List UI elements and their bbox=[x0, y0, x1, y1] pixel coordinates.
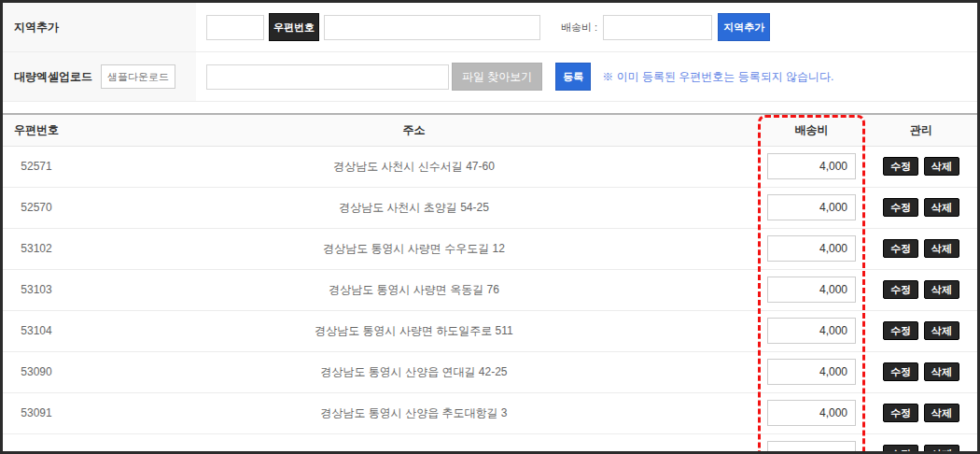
shipping-fee-input[interactable] bbox=[767, 400, 856, 426]
shipping-fee-cell bbox=[758, 228, 865, 269]
address-cell: 경상남도 통영시 사량면 수우도길 12 bbox=[70, 228, 758, 269]
shipping-fee-cell bbox=[758, 310, 865, 351]
edit-button[interactable]: 수정 bbox=[883, 362, 918, 381]
fee-table: 우편번호 주소 배송비 관리 52571 경상남도 사천시 신수서길 47-60… bbox=[3, 115, 977, 454]
region-add-button[interactable]: 지역추가 bbox=[718, 13, 770, 41]
shipping-fee-cell bbox=[758, 269, 865, 310]
shipping-fee-cell bbox=[758, 392, 865, 433]
manage-cell: 수정 삭제 bbox=[865, 228, 977, 269]
edit-button[interactable]: 수정 bbox=[883, 157, 918, 176]
address-cell bbox=[70, 433, 758, 454]
postal-code-cell bbox=[3, 433, 70, 454]
delete-button[interactable]: 삭제 bbox=[924, 239, 959, 258]
fee-table-header-row: 우편번호 주소 배송비 관리 bbox=[3, 115, 977, 146]
shipping-fee-cell bbox=[758, 187, 865, 228]
delete-button[interactable]: 삭제 bbox=[924, 198, 959, 217]
header-postal-code: 우편번호 bbox=[3, 115, 70, 146]
postal-code-cell: 53104 bbox=[3, 310, 70, 351]
shipping-fee-input[interactable] bbox=[767, 277, 856, 303]
table-row: 52570 경상남도 사천시 초양길 54-25 수정 삭제 bbox=[3, 187, 977, 228]
delete-button[interactable]: 삭제 bbox=[924, 280, 959, 299]
address-cell: 경상남도 통영시 산양읍 추도대항길 3 bbox=[70, 392, 758, 433]
delete-button[interactable]: 삭제 bbox=[924, 321, 959, 340]
address-cell: 경상남도 통영시 산양읍 연대길 42-25 bbox=[70, 351, 758, 392]
manage-cell: 수정 삭제 bbox=[865, 187, 977, 228]
fee-table-section: 우편번호 주소 배송비 관리 52571 경상남도 사천시 신수서길 47-60… bbox=[3, 113, 977, 454]
table-row: 53103 경상남도 통영시 사량면 옥동길 76 수정 삭제 bbox=[3, 269, 977, 310]
delete-button[interactable]: 삭제 bbox=[924, 404, 959, 422]
shipping-fee-form-input[interactable] bbox=[603, 15, 712, 40]
region-add-content: 우편번호 배송비 : 지역추가 bbox=[196, 3, 977, 51]
shipping-fee-input[interactable] bbox=[767, 153, 856, 179]
sample-download-button[interactable]: 샘플다운로드 bbox=[101, 64, 175, 89]
postal-code-input[interactable] bbox=[206, 15, 264, 40]
register-button[interactable]: 등록 bbox=[555, 63, 591, 91]
edit-button[interactable]: 수정 bbox=[883, 280, 918, 299]
postal-code-cell: 53090 bbox=[3, 351, 70, 392]
address-cell: 경상남도 사천시 초양길 54-25 bbox=[70, 187, 758, 228]
shipping-fee-cell bbox=[758, 433, 865, 454]
shipping-fee-admin-panel: 지역추가 우편번호 배송비 : 지역추가 대량엑셀업로드 샘플다운로드 파일 찾… bbox=[0, 0, 980, 454]
postal-code-cell: 53102 bbox=[3, 228, 70, 269]
shipping-fee-input[interactable] bbox=[767, 359, 856, 385]
bulk-upload-label-cell: 대량엑셀업로드 샘플다운로드 bbox=[3, 52, 196, 101]
table-row: 53104 경상남도 통영시 사량면 하도일주로 511 수정 삭제 bbox=[3, 310, 977, 351]
upload-note: ※ 이미 등록된 우편번호는 등록되지 않습니다. bbox=[602, 69, 833, 85]
manage-cell: 수정 삭제 bbox=[865, 269, 977, 310]
edit-button[interactable]: 수정 bbox=[883, 445, 918, 454]
address-input[interactable] bbox=[324, 15, 540, 40]
address-cell: 경상남도 통영시 사량면 하도일주로 511 bbox=[70, 310, 758, 351]
manage-cell: 수정 삭제 bbox=[865, 392, 977, 433]
file-browse-button[interactable]: 파일 찾아보기 bbox=[452, 63, 542, 91]
edit-button[interactable]: 수정 bbox=[883, 404, 918, 422]
header-address: 주소 bbox=[70, 115, 758, 146]
table-row: 수정 삭제 bbox=[3, 433, 977, 454]
manage-cell: 수정 삭제 bbox=[865, 351, 977, 392]
edit-button[interactable]: 수정 bbox=[883, 198, 918, 217]
manage-cell: 수정 삭제 bbox=[865, 433, 977, 454]
fee-table-body: 52571 경상남도 사천시 신수서길 47-60 수정 삭제 52570 경상… bbox=[3, 146, 977, 454]
postal-code-search-button[interactable]: 우편번호 bbox=[269, 13, 319, 41]
bulk-upload-row: 대량엑셀업로드 샘플다운로드 파일 찾아보기 등록 ※ 이미 등록된 우편번호는… bbox=[3, 52, 977, 102]
delete-button[interactable]: 삭제 bbox=[924, 362, 959, 381]
header-shipping-fee: 배송비 bbox=[758, 115, 865, 146]
table-row: 53090 경상남도 통영시 산양읍 연대길 42-25 수정 삭제 bbox=[3, 351, 977, 392]
shipping-fee-form-label: 배송비 : bbox=[561, 21, 597, 35]
postal-code-cell: 52571 bbox=[3, 146, 70, 187]
delete-button[interactable]: 삭제 bbox=[924, 445, 959, 454]
edit-button[interactable]: 수정 bbox=[883, 321, 918, 340]
manage-cell: 수정 삭제 bbox=[865, 146, 977, 187]
region-add-row: 지역추가 우편번호 배송비 : 지역추가 bbox=[3, 3, 977, 52]
delete-button[interactable]: 삭제 bbox=[924, 157, 959, 176]
table-row: 53091 경상남도 통영시 산양읍 추도대항길 3 수정 삭제 bbox=[3, 392, 977, 433]
table-row: 52571 경상남도 사천시 신수서길 47-60 수정 삭제 bbox=[3, 146, 977, 187]
shipping-fee-cell bbox=[758, 146, 865, 187]
region-add-label: 지역추가 bbox=[3, 3, 196, 51]
shipping-fee-input[interactable] bbox=[767, 194, 856, 220]
shipping-fee-input[interactable] bbox=[767, 318, 856, 344]
postal-code-cell: 52570 bbox=[3, 187, 70, 228]
address-cell: 경상남도 통영시 사량면 옥동길 76 bbox=[70, 269, 758, 310]
bulk-upload-content: 파일 찾아보기 등록 ※ 이미 등록된 우편번호는 등록되지 않습니다. bbox=[196, 52, 977, 101]
postal-code-cell: 53103 bbox=[3, 269, 70, 310]
shipping-fee-input[interactable] bbox=[767, 235, 856, 262]
address-cell: 경상남도 사천시 신수서길 47-60 bbox=[70, 146, 758, 187]
table-row: 53102 경상남도 통영시 사량면 수우도길 12 수정 삭제 bbox=[3, 228, 977, 269]
shipping-fee-cell bbox=[758, 351, 865, 392]
edit-button[interactable]: 수정 bbox=[883, 239, 918, 258]
postal-code-cell: 53091 bbox=[3, 392, 70, 433]
shipping-fee-input[interactable] bbox=[767, 441, 856, 454]
manage-cell: 수정 삭제 bbox=[865, 310, 977, 351]
bulk-upload-label: 대량엑셀업로드 bbox=[14, 69, 92, 85]
header-manage: 관리 bbox=[865, 115, 977, 146]
file-path-input[interactable] bbox=[206, 64, 449, 90]
